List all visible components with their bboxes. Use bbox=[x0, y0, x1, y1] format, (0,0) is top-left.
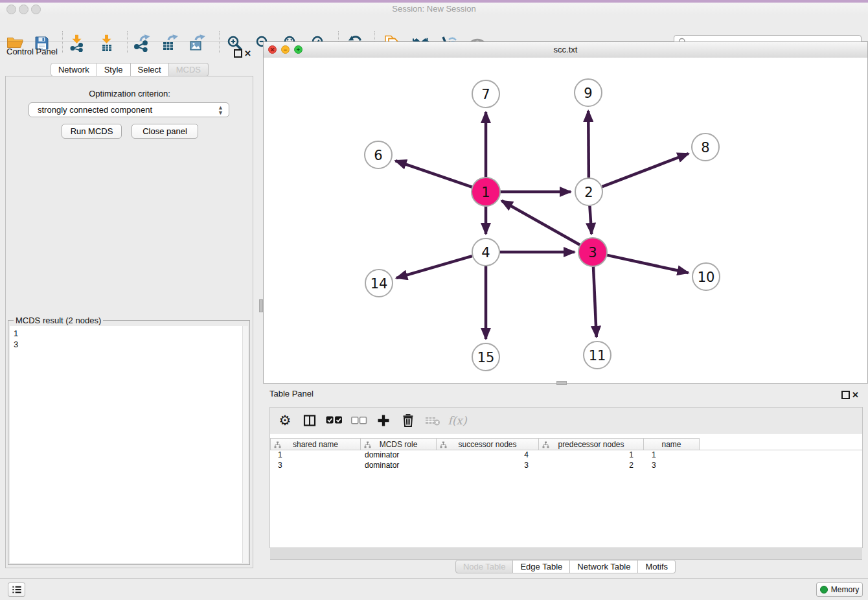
edge-3-11[interactable] bbox=[593, 266, 597, 337]
run-mcds-button[interactable]: Run MCDS bbox=[62, 124, 122, 139]
export-network-icon bbox=[132, 34, 152, 52]
node-6[interactable]: 6 bbox=[365, 141, 392, 168]
edge-2-9[interactable] bbox=[588, 111, 589, 178]
node-3[interactable]: 3 bbox=[578, 238, 607, 266]
toolbar-separator bbox=[62, 31, 63, 53]
mcds-result-box: MCDS result (2 nodes) 13 bbox=[8, 320, 250, 565]
column-type-icon bbox=[364, 441, 371, 448]
control-panel-close-button[interactable]: ✕ bbox=[244, 47, 251, 59]
import-table-button[interactable] bbox=[96, 32, 118, 54]
horizontal-splitter-handle[interactable] bbox=[556, 381, 567, 385]
network-window-titlebar[interactable]: ✕ − + scc.txt bbox=[264, 42, 867, 58]
delete-button[interactable] bbox=[396, 413, 420, 427]
node-label: 11 bbox=[589, 348, 606, 363]
export-image-button[interactable] bbox=[187, 32, 209, 54]
node-label: 15 bbox=[477, 350, 495, 365]
cell-shared-name: 3 bbox=[270, 461, 361, 471]
gear-icon: ⚙ bbox=[279, 413, 291, 428]
memory-status-icon bbox=[820, 586, 828, 594]
node-8[interactable]: 8 bbox=[692, 133, 719, 161]
node-15[interactable]: 15 bbox=[472, 343, 499, 371]
delete-table-icon bbox=[425, 415, 440, 426]
mcds-result-item[interactable]: 3 bbox=[14, 339, 243, 350]
tab-style[interactable]: Style bbox=[97, 63, 131, 76]
tab-mcds[interactable]: MCDS bbox=[169, 63, 209, 76]
node-label: 7 bbox=[481, 87, 490, 102]
column-header-predecessor-nodes[interactable]: predecessor nodes bbox=[539, 438, 644, 450]
mcds-result-list[interactable]: 13 bbox=[10, 326, 243, 563]
cell-shared-name: 1 bbox=[270, 450, 361, 461]
cell-name: 1 bbox=[644, 450, 700, 461]
node-1[interactable]: 1 bbox=[472, 178, 500, 206]
node-2[interactable]: 2 bbox=[575, 178, 602, 205]
network-graph: 1234678910111415 bbox=[264, 58, 867, 383]
network-view-window: ✕ − + scc.txt 1234678910111415 bbox=[263, 41, 868, 384]
table-header-row: shared nameMCDS rolesuccessor nodesprede… bbox=[270, 438, 862, 450]
split-panel-button[interactable] bbox=[297, 414, 322, 427]
table-row[interactable]: 1dominator411 bbox=[270, 450, 862, 461]
import-network-button[interactable] bbox=[66, 32, 88, 54]
task-history-button[interactable] bbox=[8, 583, 25, 597]
table-row[interactable]: 3dominator323 bbox=[270, 461, 862, 471]
export-network-button[interactable] bbox=[131, 32, 153, 54]
node-label: 14 bbox=[371, 276, 388, 292]
mcds-result-item[interactable]: 1 bbox=[14, 328, 243, 339]
add-button[interactable] bbox=[371, 414, 396, 427]
control-panel-title: Control Panel bbox=[6, 47, 58, 56]
export-table-button[interactable] bbox=[159, 32, 181, 54]
network-canvas[interactable]: 1234678910111415 bbox=[264, 58, 867, 383]
edge-2-8[interactable] bbox=[602, 154, 689, 187]
memory-button[interactable]: Memory bbox=[816, 583, 863, 597]
tab-network-table[interactable]: Network Table bbox=[570, 560, 638, 573]
node-label: 3 bbox=[588, 245, 597, 260]
control-panel-float-button[interactable] bbox=[234, 49, 242, 60]
main-toolbar bbox=[0, 14, 868, 41]
toolbar-separator bbox=[219, 31, 220, 53]
tab-edge-table[interactable]: Edge Table bbox=[513, 560, 570, 573]
export-image-icon bbox=[188, 34, 207, 52]
float-icon bbox=[841, 391, 850, 399]
plus-icon bbox=[377, 414, 390, 427]
column-type-icon bbox=[274, 441, 281, 448]
column-header-name[interactable]: name bbox=[644, 438, 700, 450]
criterion-select[interactable]: strongly connected component ▲▼ bbox=[29, 102, 229, 117]
delete-table-button-disabled bbox=[420, 415, 445, 426]
edge-2-3[interactable] bbox=[589, 206, 591, 234]
table-toolbar: ⚙ bbox=[270, 408, 862, 433]
window-title: Session: New Session bbox=[0, 4, 868, 14]
table-panel-close-button[interactable]: ✕ bbox=[852, 389, 859, 400]
select-all-button[interactable] bbox=[322, 416, 347, 424]
cell-MCDS-role: dominator bbox=[361, 450, 437, 461]
table-settings-button[interactable]: ⚙ bbox=[273, 413, 297, 428]
node-11[interactable]: 11 bbox=[584, 341, 611, 369]
tab-network[interactable]: Network bbox=[51, 63, 97, 76]
cell-successor-nodes: 4 bbox=[437, 450, 539, 461]
node-9[interactable]: 9 bbox=[575, 79, 602, 106]
toolbar-separator bbox=[127, 31, 128, 53]
node-14[interactable]: 14 bbox=[365, 270, 393, 297]
tab-node-table[interactable]: Node Table bbox=[455, 560, 514, 573]
node-label: 10 bbox=[698, 270, 715, 285]
column-header-shared-name[interactable]: shared name bbox=[270, 438, 361, 450]
control-panel-tabs: NetworkStyleSelectMCDS bbox=[0, 63, 259, 76]
edge-3-10[interactable] bbox=[606, 255, 688, 273]
network-window-title: scc.txt bbox=[264, 45, 867, 54]
edge-4-14[interactable] bbox=[396, 256, 472, 278]
node-10[interactable]: 10 bbox=[692, 263, 720, 290]
deselect-all-button[interactable] bbox=[347, 417, 371, 424]
node-7[interactable]: 7 bbox=[472, 80, 499, 108]
table-panel-float-button[interactable] bbox=[841, 390, 850, 402]
float-icon bbox=[234, 49, 242, 58]
node-table: ⚙ bbox=[269, 407, 863, 548]
tab-select[interactable]: Select bbox=[131, 63, 169, 76]
tab-motifs[interactable]: Motifs bbox=[638, 560, 676, 573]
column-header-successor-nodes[interactable]: successor nodes bbox=[437, 438, 539, 450]
edge-1-6[interactable] bbox=[395, 161, 472, 187]
mcds-result-scrollbar[interactable] bbox=[242, 326, 248, 563]
node-4[interactable]: 4 bbox=[472, 238, 499, 266]
edge-3-1[interactable] bbox=[501, 201, 580, 245]
status-bar: Memory bbox=[0, 578, 868, 600]
close-panel-button[interactable]: Close panel bbox=[131, 124, 198, 139]
column-header-MCDS-role[interactable]: MCDS role bbox=[361, 438, 437, 450]
list-icon bbox=[12, 585, 22, 594]
